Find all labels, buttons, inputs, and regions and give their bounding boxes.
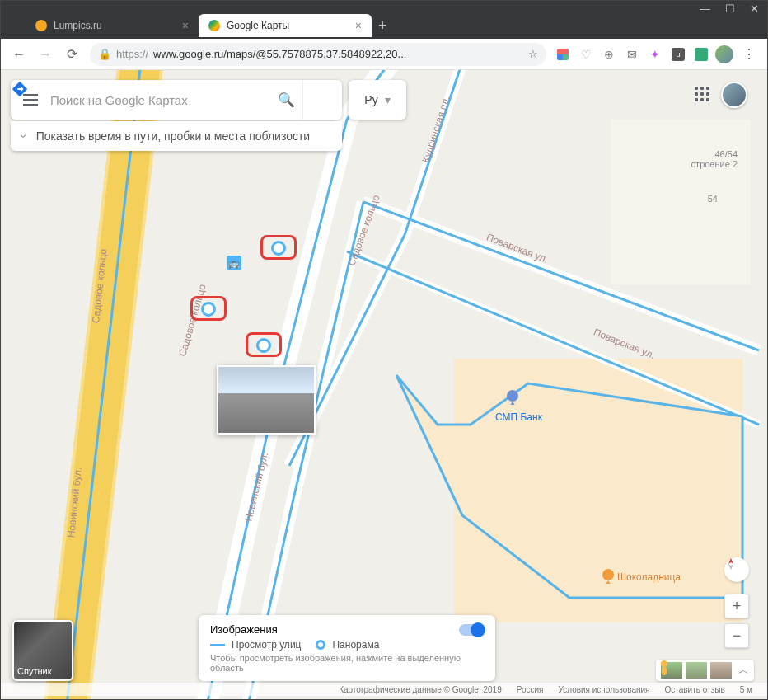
back-button[interactable]: ← [7, 43, 30, 66]
window-controls: — ☐ ✕ [700, 2, 759, 15]
imagery-strip[interactable]: ︿ [656, 660, 754, 681]
cafe-pin-icon[interactable] [601, 569, 616, 584]
highlight-marker [260, 235, 297, 260]
svg-point-0 [507, 390, 518, 402]
language-label: Ру [364, 93, 377, 106]
svg-point-1 [602, 569, 614, 580]
map-controls: + − [724, 557, 749, 648]
compass-button[interactable] [724, 557, 749, 582]
bus-stop-icon[interactable]: 🚌 [227, 256, 241, 270]
lock-icon: 🔒 [98, 48, 111, 60]
close-button[interactable]: ✕ [750, 2, 759, 15]
extension-icon[interactable]: ✦ [645, 45, 665, 64]
imagery-hint: Чтобы просмотреть изображения, нажмите н… [210, 653, 484, 673]
poi-label[interactable]: СМП Банк [495, 411, 542, 423]
google-apps-button[interactable] [695, 87, 709, 101]
map-canvas[interactable]: Садовое кольцо Новинский бул. Новинский … [1, 70, 767, 699]
language-button[interactable]: Ру ▾ [349, 80, 406, 120]
bookmark-star-icon[interactable]: ☆ [528, 48, 538, 60]
address-label: 46/54 строение 2 [691, 149, 738, 169]
search-box: 🔍 [11, 80, 342, 120]
highlight-marker [190, 296, 227, 321]
extension-icon[interactable]: ⊕ [599, 45, 619, 64]
minimize-button[interactable]: — [700, 2, 710, 15]
search-icon[interactable]: 🔍 [269, 92, 302, 109]
address-label: 54 [708, 194, 718, 204]
favicon-icon [35, 20, 47, 31]
tab-bar: Lumpics.ru × Google Карты × + [1, 12, 767, 39]
map-roads [1, 70, 767, 699]
chevron-up-icon[interactable]: ︿ [738, 663, 749, 678]
panorama-legend-icon [316, 640, 325, 650]
highlight-marker [246, 332, 282, 357]
tab-google-maps[interactable]: Google Карты × [199, 14, 372, 37]
reload-button[interactable]: ⟳ [60, 43, 83, 66]
tab-title: Google Карты [227, 20, 289, 31]
svg-rect-5 [662, 667, 667, 675]
url-input[interactable]: 🔒 https:// www.google.ru/maps/@55.757887… [90, 43, 546, 66]
map-footer: Картографические данные © Google, 2019 Р… [1, 683, 767, 696]
copyright-text: Картографические данные © Google, 2019 [339, 685, 502, 694]
caret-down-icon: ▾ [385, 93, 391, 106]
country-text: Россия [517, 685, 544, 694]
zoom-out-button[interactable]: − [724, 623, 749, 648]
imagery-panel: Изображения Просмотр улиц Панорама Чтобы… [199, 615, 495, 681]
scale-text: 5 м [740, 685, 752, 694]
imagery-thumb[interactable] [710, 662, 732, 679]
extension-icon[interactable]: ✉ [622, 45, 642, 64]
svg-marker-3 [728, 564, 733, 570]
account-avatar[interactable] [721, 82, 747, 108]
profile-avatar[interactable] [714, 45, 734, 64]
extension-icon[interactable] [553, 45, 573, 64]
close-tab-icon[interactable]: × [182, 19, 189, 32]
imagery-title: Изображения [210, 623, 278, 636]
pegman-icon[interactable] [656, 660, 672, 679]
browser-menu-button[interactable]: ⋮ [738, 43, 761, 66]
compass-icon [724, 557, 738, 571]
extension-icon[interactable]: ♡ [576, 45, 596, 64]
terms-link[interactable]: Условия использования [559, 685, 650, 694]
legend-streetview: Просмотр улиц [232, 639, 301, 651]
extension-icon[interactable] [691, 45, 711, 64]
legend-panorama: Панорама [332, 639, 379, 651]
maximize-button[interactable]: ☐ [725, 2, 735, 15]
svg-marker-2 [728, 558, 733, 564]
extension-icon[interactable]: u [668, 45, 688, 64]
new-tab-button[interactable]: + [378, 17, 387, 35]
svg-point-4 [661, 660, 667, 667]
streetview-preview[interactable] [217, 365, 316, 435]
menu-button[interactable] [11, 99, 50, 101]
expand-text: Показать время в пути, пробки и места по… [36, 129, 311, 143]
tab-lumpics[interactable]: Lumpics.ru × [26, 14, 199, 37]
satellite-label: Спутник [17, 666, 51, 676]
forward-button[interactable]: → [34, 43, 57, 66]
tab-title: Lumpics.ru [54, 20, 102, 31]
directions-button[interactable] [302, 80, 342, 120]
zoom-in-button[interactable]: + [724, 594, 749, 618]
imagery-toggle[interactable] [459, 624, 484, 636]
poi-label[interactable]: Шоколадница [617, 571, 681, 583]
chevron-down-icon: › [17, 134, 30, 139]
url-text: www.google.ru/maps/@55.7578875,37.584892… [153, 48, 406, 60]
url-scheme: https:// [116, 48, 148, 60]
close-tab-icon[interactable]: × [355, 19, 362, 32]
streetview-legend-icon [210, 644, 225, 646]
favicon-icon [208, 20, 220, 31]
hamburger-icon [23, 99, 38, 101]
bank-pin-icon[interactable] [505, 390, 520, 405]
search-input[interactable] [50, 93, 269, 107]
directions-icon [11, 80, 29, 98]
satellite-toggle[interactable]: Спутник [12, 620, 73, 681]
imagery-thumb[interactable] [686, 662, 707, 679]
expand-panel[interactable]: › Показать время в пути, пробки и места … [11, 121, 342, 151]
feedback-link[interactable]: Оставить отзыв [665, 685, 725, 694]
address-bar: ← → ⟳ 🔒 https:// www.google.ru/maps/@55.… [1, 39, 767, 70]
